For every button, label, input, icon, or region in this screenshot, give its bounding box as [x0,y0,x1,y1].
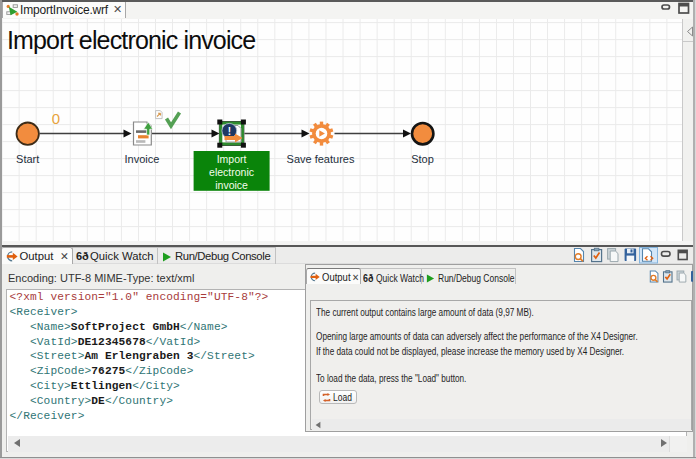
svg-text:Invoice: Invoice [125,153,160,165]
svg-text:0: 0 [52,110,60,127]
svg-text:invoice: invoice [215,179,248,191]
svg-text:Save features: Save features [287,153,355,165]
svg-text:Import: Import [217,153,247,165]
svg-text:!: ! [228,126,231,137]
svg-text:electronic: electronic [209,166,254,178]
svg-text:Stop: Stop [411,153,434,165]
svg-text:Start: Start [16,153,39,165]
